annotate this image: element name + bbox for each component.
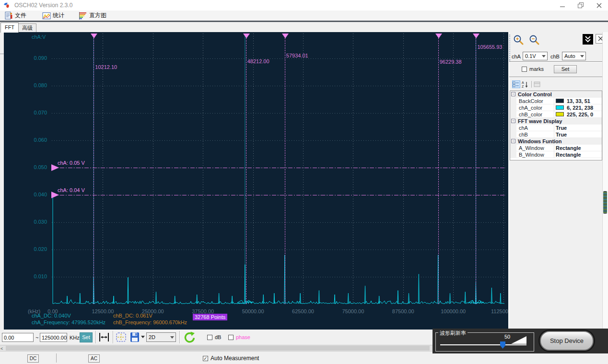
refresh-rate-slider-track[interactable] [440, 344, 526, 345]
property-row[interactable]: chA_color6, 221, 238 [510, 104, 602, 111]
phase-checkbox[interactable] [228, 335, 234, 340]
close-button[interactable] [590, 0, 608, 11]
color-swatch [556, 112, 564, 116]
frequency-marker-handle-icon[interactable] [243, 34, 250, 38]
frequency-marker-line[interactable] [246, 38, 246, 304]
zoom-in-button[interactable] [513, 34, 525, 45]
freq-to-input[interactable] [40, 333, 67, 342]
tab-advanced[interactable]: 高级 [18, 23, 36, 32]
zoom-out-button[interactable] [529, 34, 540, 45]
property-grid: −Color ControlBackColor13, 33, 51chA_col… [510, 91, 602, 160]
collapse-expander-icon[interactable]: − [511, 119, 515, 123]
property-margin [510, 104, 516, 111]
freq-from-input[interactable] [2, 333, 34, 342]
property-value[interactable]: True [556, 125, 567, 131]
grid-toggle-button[interactable] [115, 331, 127, 343]
frequency-marker-line[interactable] [285, 38, 285, 304]
save-button[interactable] [129, 331, 140, 343]
property-value[interactable]: 225, 225, 0 [567, 112, 593, 117]
property-name: chB_color [519, 112, 542, 117]
pg-property-pages-button[interactable] [533, 80, 541, 88]
fft-trace-chA [4, 32, 508, 330]
stop-device-button[interactable]: Stop Device [540, 331, 594, 351]
property-row[interactable]: A_WindowRectangle [510, 145, 602, 151]
cha-range-label: chA [512, 54, 521, 59]
collapse-panel-button[interactable] [583, 34, 593, 45]
frequency-marker-label: 57934.01 [286, 53, 308, 58]
property-value[interactable]: 6, 221, 238 [567, 105, 593, 111]
menu-statistics-button[interactable]: 统计 [42, 11, 64, 20]
range-set-button[interactable]: Set [80, 332, 93, 342]
marks-checkbox[interactable] [522, 67, 527, 72]
scrollbar-thumb[interactable] [6, 346, 430, 351]
tab-fft[interactable]: FFT [0, 23, 19, 33]
zoom-out-icon [529, 34, 540, 45]
property-name: chA [519, 125, 528, 131]
level-marker-line[interactable] [52, 168, 505, 168]
refresh-button[interactable] [183, 331, 195, 343]
dc-coupling-button[interactable]: DC [27, 354, 39, 363]
scroll-left-arrow-icon[interactable]: < [0, 346, 3, 351]
ac-coupling-button[interactable]: AC [88, 354, 100, 363]
splitter-grip[interactable] [603, 191, 607, 214]
pg-categorized-button[interactable] [512, 80, 520, 88]
property-row[interactable]: BackColor13, 33, 51 [510, 98, 602, 104]
property-category-row[interactable]: −Color Control [510, 91, 602, 98]
frequency-marker-handle-icon[interactable] [282, 34, 289, 38]
marks-set-button[interactable]: Set [554, 65, 577, 73]
property-row[interactable]: chBTrue [510, 131, 602, 138]
minimize-button[interactable] [553, 0, 572, 11]
frequency-marker-label: 10212.10 [95, 64, 117, 70]
frequency-marker-handle-icon[interactable] [91, 34, 97, 38]
fft-chart-plot-area[interactable]: chA:V (kHz) chA_DC: 0.040V chA_Frequency… [4, 32, 508, 330]
toolbar-separator [179, 331, 180, 343]
property-value[interactable]: 13, 33, 51 [567, 98, 590, 104]
menu-file-label: 文件 [15, 11, 26, 20]
property-column-separator [554, 151, 554, 158]
db-checkbox[interactable] [207, 335, 212, 340]
collapse-expander-icon[interactable]: − [511, 92, 515, 96]
frequency-marker-line[interactable] [438, 38, 439, 304]
property-row[interactable]: chATrue [510, 125, 602, 131]
phase-checkbox-label: phase [236, 334, 250, 340]
property-value[interactable]: Rectangle [556, 152, 581, 158]
property-name: chB [519, 132, 528, 137]
chevron-down-icon [170, 336, 174, 339]
property-name: chA_color [519, 105, 542, 111]
collapse-expander-icon[interactable]: − [511, 139, 515, 143]
frequency-marker-line[interactable] [94, 38, 94, 304]
frequency-marker-handle-icon[interactable] [435, 34, 442, 38]
property-category-row[interactable]: −FFT wave Display [510, 118, 602, 125]
property-value[interactable]: Rectangle [556, 145, 581, 151]
property-margin [510, 145, 516, 151]
chevron-down-icon [580, 55, 584, 57]
toolbar-separator [95, 331, 96, 343]
menu-histogram-button[interactable]: 直方图 [79, 11, 106, 20]
property-category-row[interactable]: −Windows Funtion [510, 138, 602, 145]
cha-range-select[interactable]: 0.1V [523, 52, 548, 60]
display-mode-select[interactable]: 2D [146, 332, 176, 342]
property-row[interactable]: B_WindowRectangle [510, 151, 602, 158]
fit-width-button[interactable] [98, 331, 110, 343]
frequency-marker-handle-icon[interactable] [473, 34, 479, 38]
menu-file-button[interactable]: 文件 [5, 11, 26, 20]
property-margin [510, 131, 516, 138]
panel-grip-dots[interactable] [509, 34, 511, 61]
property-row[interactable]: chB_color225, 225, 0 [510, 111, 602, 118]
marks-checkbox-label: marks [529, 66, 544, 72]
restore-button[interactable] [572, 0, 590, 11]
property-value[interactable]: True [556, 132, 567, 137]
frequency-marker-line[interactable] [476, 38, 476, 304]
chb-range-select[interactable]: Auto [562, 52, 586, 60]
save-dropdown-arrow-icon[interactable] [141, 336, 145, 338]
auto-measurement-checkbox[interactable]: ✓ [203, 356, 208, 361]
property-category-title: FFT wave Display [518, 118, 562, 124]
svg-text:Z: Z [522, 85, 524, 88]
device-control-panel: 波形刷新率 50 Stop Device [433, 329, 608, 353]
horizontal-scrollbar[interactable]: < [0, 345, 433, 351]
property-margin [510, 125, 516, 131]
pg-alphabetical-button[interactable]: A Z [521, 80, 529, 88]
level-marker-line[interactable] [52, 195, 505, 195]
main-toolbar: 文件 统计 直方图 [0, 11, 608, 21]
property-name: A_Window [519, 145, 544, 151]
